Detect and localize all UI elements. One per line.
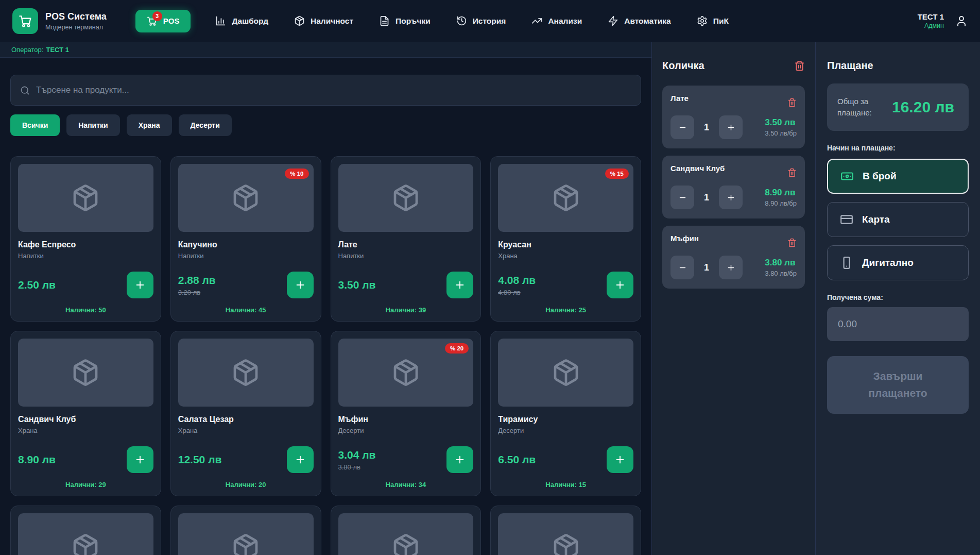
add-to-cart-button[interactable] (127, 446, 153, 473)
cart-item-qty: 1 (694, 122, 719, 133)
filter-chip-label: Напитки (78, 121, 108, 129)
product-card[interactable]: Лате Напитки 3.50 лв Налични: 39 (331, 156, 482, 322)
product-stock: Налични: 25 (498, 306, 633, 314)
product-card[interactable]: Кафе Еспресо Напитки 2.50 лв Налични: 50 (10, 156, 161, 322)
nav-item-label: История (473, 16, 506, 26)
package-icon (231, 358, 260, 387)
decrease-qty-button[interactable] (670, 115, 694, 139)
product-name: Круасан (498, 240, 633, 249)
nav-item[interactable]: История (456, 15, 506, 26)
product-category: Храна (18, 427, 153, 434)
product-card[interactable] (170, 506, 321, 555)
add-to-cart-button[interactable] (127, 272, 153, 298)
received-amount-input[interactable] (827, 307, 969, 341)
nav-item[interactable]: Поръчки (379, 15, 431, 26)
add-to-cart-button[interactable] (607, 272, 633, 298)
product-card[interactable] (490, 506, 641, 555)
increase-qty-button[interactable] (719, 186, 743, 209)
package-icon (552, 533, 580, 555)
payment-method-button[interactable]: Дигитално (827, 245, 969, 280)
package-icon (552, 358, 580, 387)
filter-chip[interactable]: Десерти (179, 114, 232, 136)
product-image-placeholder (18, 513, 153, 555)
remove-item-button[interactable] (787, 233, 797, 247)
nav-item[interactable]: Автоматика (608, 15, 671, 26)
cart-item: Сандвич Клуб 1 8.90 лв 8.90 лв/бр (662, 156, 805, 218)
package-icon (231, 183, 260, 212)
filter-chip-label: Десерти (191, 121, 220, 129)
product-category: Десерти (338, 427, 474, 434)
add-to-cart-button[interactable] (607, 446, 633, 473)
product-card[interactable]: % 20 Мъфин Десерти 3.04 лв 3.80 лв Налич… (331, 331, 482, 496)
increase-qty-button[interactable] (719, 256, 743, 279)
decrease-qty-button[interactable] (670, 256, 694, 279)
add-to-cart-button[interactable] (287, 446, 314, 473)
trash-icon (787, 98, 797, 107)
filter-chip-label: Храна (139, 121, 160, 129)
product-card[interactable]: % 15 Круасан Храна 4.08 лв 4.80 лв Налич… (490, 156, 641, 322)
package-icon (391, 183, 420, 212)
nav-pos-button[interactable]: 3 POS (135, 10, 191, 32)
product-stock: Налични: 45 (178, 306, 314, 314)
product-price: 2.88 лв (178, 274, 216, 287)
search-input[interactable] (36, 85, 631, 95)
payment-method-button[interactable]: В брой (827, 159, 969, 194)
nav-item[interactable]: Анализи (531, 15, 582, 26)
product-card[interactable] (331, 506, 482, 555)
payment-method-button[interactable]: Карта (827, 202, 969, 237)
cart-item-name: Сандвич Клуб (670, 163, 725, 173)
nav-item[interactable]: Дашборд (215, 15, 268, 26)
complete-payment-button[interactable]: Завърши плащането (827, 356, 969, 414)
add-to-cart-button[interactable] (287, 272, 314, 298)
total-value: 16.20 лв (892, 97, 958, 118)
product-image-placeholder (338, 513, 474, 555)
product-name: Салата Цезар (178, 415, 314, 424)
product-card[interactable]: Салата Цезар Храна 12.50 лв Налични: 20 (170, 331, 321, 496)
decrease-qty-button[interactable] (670, 186, 694, 209)
cart-item-qty: 1 (694, 192, 719, 203)
plus-icon (454, 454, 466, 465)
add-to-cart-button[interactable] (446, 446, 473, 473)
product-card[interactable]: Сандвич Клуб Храна 8.90 лв Налични: 29 (10, 331, 161, 496)
product-image-placeholder (498, 339, 633, 407)
main-area: Оператор: ТЕСТ 1 Всички Напитки Храна Де… (0, 42, 652, 555)
nav-item[interactable]: ПиК (697, 15, 729, 26)
user-icon[interactable] (955, 15, 968, 27)
cart-item-unit-price: 3.80 лв/бр (765, 270, 797, 277)
product-card[interactable] (10, 506, 161, 555)
product-price: 12.50 лв (178, 453, 222, 466)
product-category: Напитки (178, 252, 314, 260)
plus-icon (614, 279, 626, 291)
payment-method-label: Карта (862, 214, 890, 225)
cart-item-unit-price: 8.90 лв/бр (765, 199, 797, 207)
product-old-price: 3.80 лв (338, 463, 376, 471)
product-stock: Налични: 29 (18, 481, 153, 489)
nav-item-label: Анализи (548, 16, 582, 26)
product-card[interactable]: % 10 Капучино Напитки 2.88 лв 3.20 лв На… (170, 156, 321, 322)
filter-chip[interactable]: Храна (127, 114, 172, 136)
product-image-placeholder (178, 339, 314, 407)
nav-item-label: Поръчки (396, 16, 431, 26)
remove-item-button[interactable] (787, 163, 797, 177)
filter-chip[interactable]: Всички (10, 114, 60, 136)
add-to-cart-button[interactable] (446, 272, 473, 298)
settings-icon (697, 15, 708, 26)
history-icon (456, 15, 467, 26)
package-icon (71, 183, 100, 212)
clear-cart-button[interactable] (794, 60, 805, 71)
category-filters: Всички Напитки Храна Десерти (10, 114, 641, 136)
nav-item[interactable]: Наличност (294, 15, 353, 26)
cart-item-unit-price: 3.50 лв/бр (765, 129, 797, 137)
payment-method-label: Начин на плащане: (827, 144, 969, 152)
filter-chip[interactable]: Напитки (66, 114, 119, 136)
product-category: Храна (178, 427, 314, 434)
product-image-placeholder (178, 513, 314, 555)
product-price: 4.08 лв (498, 274, 536, 287)
increase-qty-button[interactable] (719, 115, 743, 139)
brand: POS Система Модерен терминал (12, 8, 107, 34)
remove-item-button[interactable] (787, 93, 797, 107)
product-card[interactable]: Тирамису Десерти 6.50 лв Налични: 15 (490, 331, 641, 496)
product-search (10, 75, 641, 106)
product-category: Напитки (338, 252, 474, 260)
zap-icon (608, 15, 618, 26)
